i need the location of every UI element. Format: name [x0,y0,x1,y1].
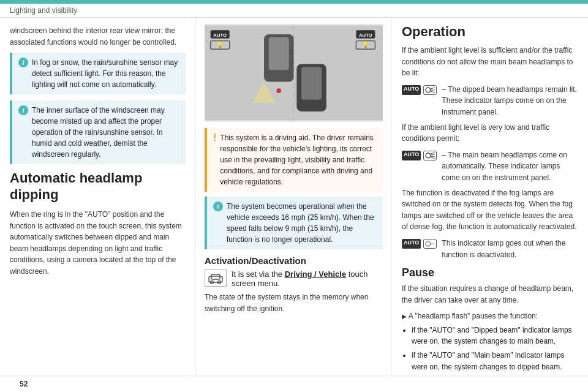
svg-point-20 [426,88,431,92]
car-diagram: AUTO 💡 AUTO 💡 [205,24,383,122]
info-speed-text: The system becomes operational when the … [227,201,377,245]
info-box-2-text: The inner surface of the windscreen may … [32,105,179,160]
info-box-1-text: In fog or snow, the rain/sunshine sensor… [32,57,179,90]
activation-bold-text: Driving / Vehicle [285,270,346,279]
info-icon-2: i [18,105,28,115]
indicator-note-text: This indicator lamp goes out when the fu… [442,238,578,260]
dipped-indicators: AUTO [402,85,437,95]
light-badge-3 [423,239,437,249]
arrow-item: A "headlamp flash" pauses the function: [402,311,578,322]
headlamp-body-text: When the ring is in the "AUTO" position … [10,209,186,277]
header-title: Lighting and visibility [10,6,77,15]
deactivation-note: The function is deactivated if the fog l… [402,187,578,233]
intro-text: windscreen behind the interior rear view… [10,25,186,48]
info-icon-1: i [18,58,28,67]
info-icon-speed: i [213,202,223,211]
car-icon [205,270,227,287]
svg-text:AUTO: AUTO [359,32,372,38]
info-box-1: i In fog or snow, the rain/sunshine sens… [10,53,186,94]
activation-title: Activation/Deactivation [205,255,383,266]
headlamp-icon-1 [424,86,435,94]
auto-badge-3: AUTO [402,239,421,249]
activation-text-prefix: It is set via the [232,270,285,279]
svg-point-7 [276,88,281,93]
headlamp-icon-2 [424,152,435,159]
dipped-beam-text: – The dipped beam headlamps remain lit. … [442,84,578,118]
info-box-2: i The inner surface of the windscreen ma… [10,100,186,164]
svg-line-21 [431,88,435,89]
info-box-speed: i The system becomes operational when th… [205,197,383,249]
vehicle-icon-svg [207,272,224,284]
main-beam-row: AUTO – The main beam headlamps come on a… [402,149,578,184]
svg-line-26 [431,154,435,155]
warning-box: ! This system is a driving aid. The driv… [205,128,383,192]
activation-row: It is set via the Driving / Vehicle touc… [205,270,383,288]
operation-title: Operation [402,24,578,40]
pause-intro: If the situation requires a change of he… [402,283,578,306]
middle-column: AUTO 💡 AUTO 💡 ! This system is a driving… [196,18,392,375]
auto-badge-1: AUTO [402,85,421,95]
warning-icon: ! [213,132,216,143]
bullet-list: if the "AUTO" and "Dipped beam" indicato… [402,325,578,372]
svg-text:💡: 💡 [216,42,224,49]
headlamp-icon-3 [424,240,435,247]
indicator-note-row: AUTO This indicator lamp goes out when t… [402,238,578,260]
bullet-item-2: if the "AUTO" and "Main beam" indicator … [412,350,578,372]
svg-point-24 [426,153,431,158]
activation-text: It is set via the Driving / Vehicle touc… [232,270,383,288]
page-number: 52 [10,377,37,391]
indicator-note-icons: AUTO [402,239,437,249]
page-header: Lighting and visibility [0,4,588,18]
svg-line-28 [431,157,435,159]
auto-badge-2: AUTO [402,151,421,160]
svg-line-23 [431,91,435,92]
warning-text: This system is a driving aid. The driver… [220,132,377,187]
section-title-headlamp: Automatic headlamp dipping [10,170,186,203]
svg-rect-6 [301,67,322,99]
svg-text:AUTO: AUTO [213,32,227,38]
main-beam-text: – The main beam headlamps come on automa… [442,149,578,184]
svg-rect-3 [269,37,289,70]
main-indicators: AUTO [402,151,437,160]
svg-point-29 [426,241,431,246]
content-area: windscreen behind the interior rear view… [0,18,588,375]
operation-intro: If the ambient light level is sufficient… [402,45,578,79]
svg-line-27 [431,156,435,157]
bottom-bar: 52 [0,375,588,392]
dipped-beam-row: AUTO – The dipped beam headlamps remain … [402,84,578,118]
right-column: Operation If the ambient light level is … [392,18,588,375]
car-diagram-svg: AUTO 💡 AUTO 💡 [205,24,383,122]
state-text: The state of the system stays in the mem… [205,292,383,314]
light-badge-1 [423,85,437,95]
svg-text:💡: 💡 [362,42,370,49]
bullet-item-1: if the "AUTO" and "Dipped beam" indicato… [412,325,578,347]
ambient-low-text: If the ambient light level is very low a… [402,122,578,145]
page-wrapper: Lighting and visibility windscreen behin… [0,0,588,392]
left-column: windscreen behind the interior rear view… [0,18,196,375]
svg-rect-17 [211,274,220,279]
svg-line-25 [431,153,435,154]
light-badge-2 [423,151,437,160]
pause-title: Pause [402,266,578,279]
